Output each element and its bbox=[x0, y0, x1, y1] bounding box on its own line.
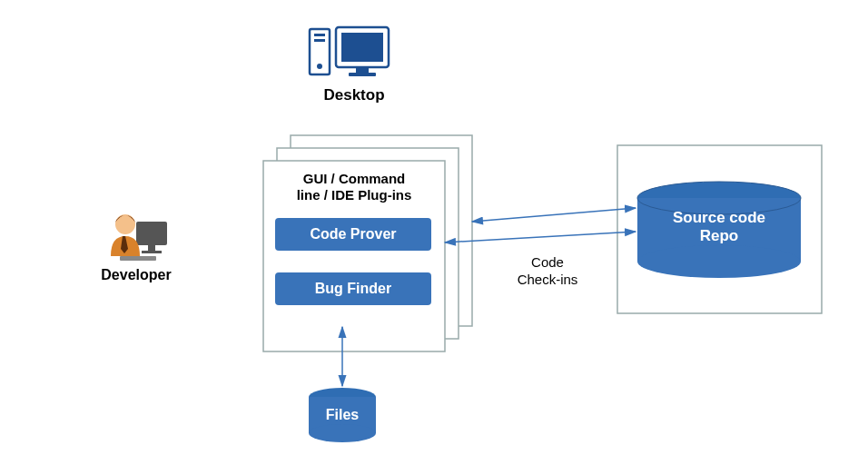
files-label: Files bbox=[309, 407, 376, 423]
code-checkins-label: Code Check-ins bbox=[498, 254, 597, 289]
panel-heading-l1: GUI / Command bbox=[303, 171, 406, 186]
svg-rect-7 bbox=[349, 73, 376, 76]
developer-label: Developer bbox=[91, 267, 182, 283]
repo-label-l1: Source code bbox=[673, 209, 765, 226]
panel-heading-l2: line / IDE Plug-ins bbox=[297, 187, 412, 203]
svg-rect-12 bbox=[120, 256, 156, 261]
svg-point-3 bbox=[317, 64, 322, 69]
repo-label: Source code Repo bbox=[637, 209, 801, 246]
panel-heading: GUI / Command line / IDE Plug-ins bbox=[272, 171, 436, 203]
svg-rect-2 bbox=[314, 39, 325, 42]
svg-rect-1 bbox=[314, 34, 325, 36]
arrow-panels-repo-1 bbox=[472, 208, 636, 222]
desktop-label: Desktop bbox=[309, 86, 399, 104]
repo-label-l2: Repo bbox=[700, 227, 739, 244]
svg-rect-6 bbox=[356, 67, 369, 73]
svg-point-18 bbox=[637, 245, 801, 278]
svg-rect-9 bbox=[148, 245, 155, 251]
svg-point-11 bbox=[115, 214, 135, 234]
svg-point-22 bbox=[309, 424, 376, 442]
svg-rect-8 bbox=[136, 222, 167, 245]
bug-finder-box: Bug Finder bbox=[275, 272, 431, 305]
svg-rect-5 bbox=[341, 33, 383, 62]
svg-rect-10 bbox=[142, 251, 162, 253]
code-checkins-l2: Check-ins bbox=[518, 272, 578, 287]
arrow-panels-repo-2 bbox=[445, 232, 636, 242]
code-checkins-l1: Code bbox=[531, 254, 564, 270]
desktop-icon bbox=[310, 27, 389, 76]
developer-icon bbox=[111, 214, 167, 261]
code-prover-box: Code Prover bbox=[275, 218, 431, 251]
